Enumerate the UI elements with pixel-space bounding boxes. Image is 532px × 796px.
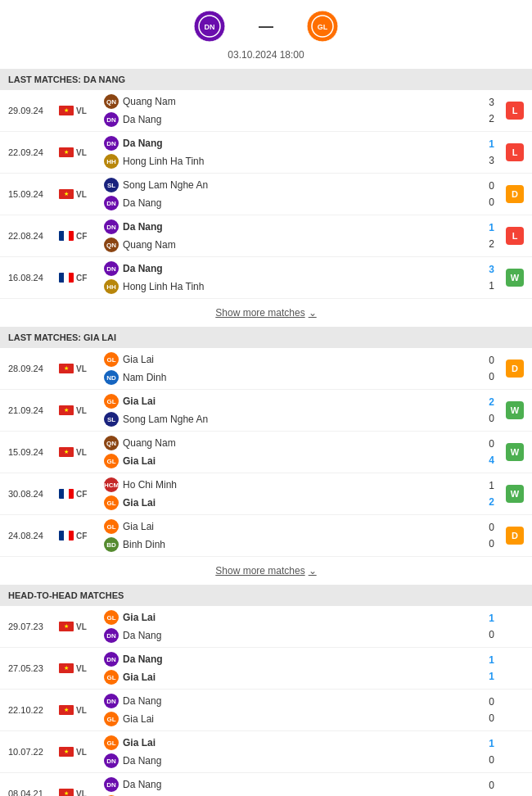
score-1: 1 — [489, 136, 494, 152]
team-line-2: GL Gia Lai — [104, 668, 476, 686]
score-1: 0 — [489, 519, 494, 536]
section-h2h-header: HEAD-TO-HEAD MATCHES — [0, 585, 532, 606]
team-name-1: Da Nang — [123, 138, 163, 149]
result-badge: W — [506, 443, 524, 461]
result-badge: L — [506, 227, 524, 245]
score-2: 1 — [489, 278, 494, 294]
match-date-cell: 22.09.24 — [8, 147, 59, 157]
team-line-2: DN Da Nang — [104, 626, 476, 644]
league-label: VL — [76, 664, 87, 673]
team-line-2: DN Da Nang — [104, 752, 476, 770]
match-row: 29.09.24 VL QN Quang Nam DN Da Nang 3 2 … — [0, 90, 532, 132]
score-2: 2 — [489, 494, 494, 510]
team-line-2: DN Da Nang — [104, 111, 476, 129]
match-row: 15.09.24 VL SL Song Lam Nghe An DN Da Na… — [0, 174, 532, 215]
show-more-gialai[interactable]: Show more matches ⌄ — [0, 557, 532, 585]
team-name-2: Gia Lai — [123, 713, 154, 725]
scores-col: 0 4 — [476, 436, 501, 468]
score-1: 1 — [489, 735, 494, 752]
score-2: 0 — [489, 194, 494, 210]
match-teams: DN Da Nang QN Quang Nam — [104, 215, 476, 256]
score-1: 1 — [489, 477, 494, 494]
team-name-1: Gia Lai — [123, 354, 154, 365]
show-more-danang[interactable]: Show more matches ⌄ — [0, 299, 532, 327]
team-name-1: Gia Lai — [123, 612, 156, 623]
match-teams: HCM Ho Chi Minh GL Gia Lai — [104, 473, 476, 514]
match-teams: DN Da Nang GL Gia Lai — [104, 773, 476, 796]
team-line-1: GL Gia Lai — [104, 392, 476, 410]
league-label: VL — [76, 622, 87, 631]
match-row: 30.08.24 CF HCM Ho Chi Minh GL Gia Lai 1… — [0, 473, 532, 515]
flag-league: CF — [59, 273, 104, 283]
h2h-matches: 29.07.23 VL GL Gia Lai DN Da Nang 1 0 — [0, 606, 532, 796]
team-name-2: Binh Dinh — [123, 539, 165, 550]
match-date-cell: 08.04.21 — [8, 789, 59, 796]
match-date-cell: 22.10.22 — [8, 705, 59, 715]
scores-col: 1 3 — [476, 136, 501, 169]
team-name-1: Gia Lai — [123, 396, 156, 407]
score-2: 0 — [489, 536, 494, 552]
score-1: 1 — [489, 610, 494, 626]
score-2: 0 — [489, 369, 494, 385]
show-more-gialai-label: Show more matches — [215, 565, 304, 577]
score-2: 4 — [489, 452, 494, 468]
match-row: 10.07.22 VL GL Gia Lai DN Da Nang 1 0 — [0, 731, 532, 773]
score-1: 3 — [489, 94, 494, 111]
match-separator: — — [259, 18, 273, 35]
league-label: VL — [76, 364, 87, 373]
scores-col: 3 2 — [476, 94, 501, 127]
scores-col: 0 2 — [476, 777, 501, 796]
team-line-2: GL Gia Lai — [104, 494, 476, 512]
team-line-2: GL Gia Lai — [104, 452, 476, 470]
match-date-cell: 29.09.24 — [8, 106, 59, 115]
score-1: 0 — [489, 694, 494, 710]
team-line-2: SL Song Lam Nghe An — [104, 410, 476, 428]
match-row: 22.08.24 CF DN Da Nang QN Quang Nam 1 2 … — [0, 215, 532, 257]
match-date-cell: 10.07.22 — [8, 747, 59, 757]
team-name-1: Da Nang — [123, 779, 161, 790]
score-1: 0 — [489, 436, 494, 452]
match-header: DN — GL — [0, 0, 532, 49]
scores-col: 1 0 — [476, 735, 501, 768]
match-date-cell: 27.05.23 — [8, 663, 59, 673]
team-name-1: Da Nang — [123, 654, 163, 665]
match-date-cell: 22.08.24 — [8, 231, 59, 241]
section-danang-header: LAST MATCHES: DA NANG — [0, 69, 532, 90]
team-line-1: GL Gia Lai — [104, 518, 476, 536]
result-badge: W — [506, 485, 524, 503]
league-label: VL — [76, 148, 87, 157]
match-teams: SL Song Lam Nghe An DN Da Nang — [104, 174, 476, 215]
team-name-2: Da Nang — [123, 630, 161, 641]
team-line-1: DN Da Nang — [104, 776, 476, 794]
team-line-1: DN Da Nang — [104, 218, 476, 236]
team-name-1: Gia Lai — [123, 737, 156, 749]
score-1: 3 — [489, 261, 494, 278]
match-date-cell: 28.09.24 — [8, 364, 59, 373]
match-date-cell: 30.08.24 — [8, 489, 59, 499]
team-name-1: Quang Nam — [123, 437, 176, 449]
match-date-cell: 29.07.23 — [8, 622, 59, 631]
away-team-logo: GL — [306, 10, 339, 43]
flag-league: VL — [59, 405, 104, 415]
league-label: CF — [76, 232, 87, 241]
match-teams: GL Gia Lai BD Binh Dinh — [104, 515, 476, 556]
score-1: 0 — [489, 777, 494, 794]
team-line-1: QN Quang Nam — [104, 93, 476, 111]
team-name-2: Song Lam Nghe An — [123, 414, 208, 425]
show-more-danang-label: Show more matches — [215, 307, 304, 319]
match-teams: DN Da Nang GL Gia Lai — [104, 690, 476, 730]
match-teams: GL Gia Lai ND Nam Dinh — [104, 348, 476, 389]
score-2: 3 — [489, 152, 494, 169]
team-line-1: HCM Ho Chi Minh — [104, 476, 476, 494]
team-name-2: Gia Lai — [123, 672, 156, 683]
match-date-cell: 16.08.24 — [8, 273, 59, 283]
team-line-2: DN Da Nang — [104, 194, 476, 212]
match-row: 24.08.24 CF GL Gia Lai BD Binh Dinh 0 0 … — [0, 515, 532, 557]
team-name-2: Nam Dinh — [123, 372, 166, 383]
match-date-cell: 15.09.24 — [8, 189, 59, 199]
match-teams: DN Da Nang GL Gia Lai — [104, 648, 476, 689]
score-1: 1 — [489, 219, 494, 236]
flag-league: CF — [59, 489, 104, 499]
result-badge: D — [506, 185, 524, 203]
team-name-2: Gia Lai — [123, 497, 156, 509]
